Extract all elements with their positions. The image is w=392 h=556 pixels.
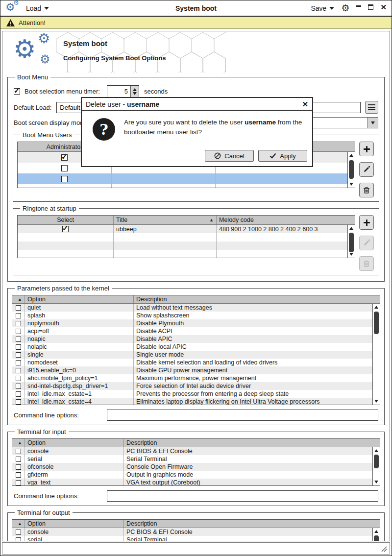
table-row[interactable] [18, 250, 355, 258]
row-checkbox[interactable] [16, 329, 21, 334]
cancel-button[interactable]: Cancel [205, 150, 254, 162]
save-menu-button[interactable]: Save [311, 4, 334, 12]
table-row[interactable]: i915.enable_dc=0Disable GPU power manage… [12, 366, 380, 374]
row-checkbox[interactable] [61, 176, 68, 182]
row-checkbox[interactable] [16, 391, 21, 397]
dialog-close-button[interactable]: ✕ [302, 98, 308, 111]
column-header-description[interactable]: Description [124, 439, 372, 447]
row-checkbox[interactable] [16, 384, 21, 389]
scroll-down-button[interactable] [373, 398, 380, 405]
scroll-up-button[interactable] [348, 152, 355, 159]
minimize-button[interactable] [356, 5, 361, 7]
scrollbar-thumb[interactable] [374, 455, 379, 468]
table-row[interactable]: ubbeep480 900 2 1000 2 800 2 400 2 600 3 [18, 225, 355, 233]
table-row[interactable]: ahci.mobile_lpm_policy=1Maximum performa… [12, 374, 380, 382]
terminal-input-cmdline-input[interactable] [107, 490, 378, 502]
row-checkbox[interactable] [16, 337, 21, 342]
column-header-melody[interactable]: Melody code [217, 216, 347, 224]
column-header-checkbox[interactable]: ▲ [12, 520, 25, 528]
scroll-up-button[interactable] [348, 225, 355, 232]
table-row[interactable]: ofconsoleConsole Open Firmware [12, 463, 380, 471]
row-checkbox[interactable] [62, 226, 69, 232]
row-checkbox[interactable] [16, 449, 21, 454]
table-row[interactable] [18, 233, 355, 242]
load-menu-button[interactable]: Load [26, 4, 49, 12]
row-checkbox[interactable] [16, 321, 21, 326]
table-row[interactable]: noplymouthDisable Plymouth [12, 319, 380, 327]
row-checkbox[interactable] [61, 154, 68, 161]
table-row[interactable] [18, 173, 355, 184]
terminal-input-scrollbar[interactable] [372, 447, 380, 485]
scroll-up-button[interactable] [373, 304, 380, 311]
spinner-buttons[interactable] [130, 86, 139, 97]
scrollbar-thumb[interactable] [349, 233, 354, 252]
scroll-up-button[interactable] [373, 528, 380, 535]
ringtone-table-scrollbar[interactable] [347, 225, 355, 258]
table-row[interactable]: quietLoad without text messages [12, 304, 380, 312]
row-checkbox[interactable] [16, 376, 21, 381]
column-header-option[interactable]: Option [25, 520, 124, 528]
timer-value[interactable]: 5 [107, 86, 130, 97]
row-checkbox[interactable] [16, 399, 21, 405]
row-checkbox[interactable] [16, 480, 21, 485]
row-checkbox[interactable] [16, 305, 21, 311]
row-checkbox[interactable] [16, 457, 21, 462]
table-row[interactable] [18, 242, 355, 250]
scrollbar-thumb[interactable] [349, 160, 354, 179]
resize-grip[interactable] [381, 546, 387, 552]
row-checkbox[interactable] [61, 165, 68, 171]
row-checkbox[interactable] [16, 344, 21, 350]
row-checkbox[interactable] [16, 472, 21, 478]
delete-ringtone-button[interactable] [359, 256, 374, 271]
boot-timer-checkbox[interactable] [14, 88, 20, 95]
scroll-up-button[interactable] [373, 447, 380, 454]
column-header-select[interactable]: Select [18, 216, 114, 224]
column-header-option[interactable]: Option [25, 439, 124, 447]
table-row[interactable]: consolePC BIOS & EFI Console [12, 528, 380, 536]
table-row[interactable] [18, 184, 355, 188]
kernel-cmdline-input[interactable] [107, 410, 378, 421]
row-checkbox[interactable] [16, 530, 21, 535]
table-row[interactable]: intel_idle.max_cstate=4Eliminates laptop… [12, 398, 380, 405]
add-user-button[interactable] [359, 142, 374, 156]
table-row[interactable]: nomodesetDisable kernel selection and lo… [12, 359, 380, 366]
edit-user-button[interactable] [359, 162, 374, 177]
hamburger-menu-button[interactable] [365, 101, 378, 114]
column-header-description[interactable]: Description [124, 520, 372, 528]
column-header-description[interactable]: Description [134, 295, 372, 303]
column-header-checkbox[interactable]: ▲ [12, 439, 25, 447]
settings-gear-icon[interactable]: ⚙ [341, 3, 349, 13]
table-row[interactable]: serialSerial Terminal [12, 455, 380, 463]
close-button[interactable]: ✕ [380, 3, 387, 12]
maximize-button[interactable] [368, 4, 373, 10]
column-header-option[interactable]: Option [25, 295, 134, 303]
table-row[interactable]: vga_textVGA text output (Coreboot) [12, 479, 380, 486]
row-checkbox[interactable] [16, 537, 21, 542]
row-checkbox[interactable] [16, 368, 21, 373]
add-ringtone-button[interactable] [359, 215, 374, 230]
scroll-down-button[interactable] [348, 181, 355, 188]
edit-ringtone-button[interactable] [359, 236, 374, 250]
dropdown-arrow-button[interactable] [368, 118, 378, 128]
kernel-table-scrollbar[interactable] [372, 304, 380, 405]
table-row[interactable]: snd-intel-dspcfg.dsp_driver=1Force selec… [12, 382, 380, 390]
row-checkbox[interactable] [16, 360, 21, 365]
table-row[interactable]: splashShow splashscreen [12, 312, 380, 319]
table-row[interactable]: singleSingle user mode [12, 351, 380, 359]
timer-spinbox[interactable]: 5 [107, 85, 139, 97]
apply-button[interactable]: Apply [258, 150, 307, 162]
scroll-down-button[interactable] [348, 251, 355, 258]
terminal-output-scrollbar[interactable] [372, 528, 380, 541]
delete-user-button[interactable] [359, 183, 374, 197]
row-checkbox[interactable] [16, 313, 21, 318]
row-checkbox[interactable] [16, 352, 21, 358]
row-checkbox[interactable] [16, 464, 21, 470]
users-table-scrollbar[interactable] [347, 152, 355, 188]
table-row[interactable]: noapicDisable APIC [12, 335, 380, 343]
table-row[interactable]: intel_idle.max_cstate=1Prevents the proc… [12, 390, 380, 398]
table-row[interactable]: gfxtermOutput in graphics mode [12, 471, 380, 479]
table-row[interactable]: serialSerial Terminal [12, 536, 380, 541]
column-header-title[interactable]: Title▲ [114, 216, 217, 224]
column-header-checkbox[interactable]: ▲ [12, 295, 25, 303]
scrollbar-thumb[interactable] [374, 535, 379, 541]
